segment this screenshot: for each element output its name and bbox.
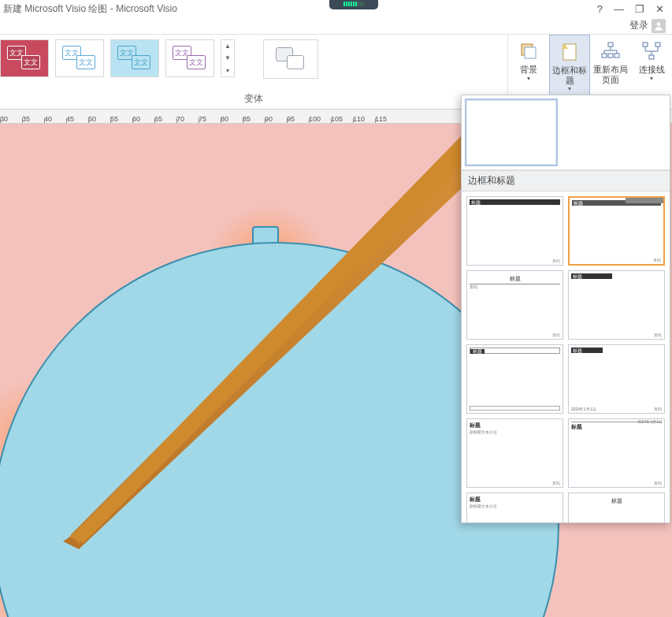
gallery-item[interactable]: 标题页码: [568, 492, 665, 522]
help-icon[interactable]: ?: [597, 3, 603, 15]
ruler-tick: 115: [375, 115, 397, 123]
login-row: 登录: [0, 17, 672, 34]
gallery-item[interactable]: 标题页码: [568, 270, 665, 340]
variants-more[interactable]: ▲▼▾: [221, 39, 235, 77]
ruler-tick: 70: [176, 115, 199, 123]
ruler-tick: 110: [353, 115, 375, 123]
gallery-item[interactable]: 标题页码页码: [466, 270, 563, 340]
variant-style-1[interactable]: 文文文文: [0, 39, 49, 77]
gallery-item[interactable]: 标题2024年1月1日页码: [568, 344, 665, 414]
gallery-item[interactable]: 标题: [466, 344, 563, 414]
ruler-tick: 50: [88, 115, 110, 123]
svg-point-0: [657, 22, 661, 26]
avatar-icon[interactable]: [652, 19, 666, 33]
svg-rect-4: [608, 43, 613, 46]
close-button[interactable]: ✕: [655, 3, 664, 15]
ruler-tick: 65: [154, 115, 176, 123]
chevron-down-icon: ▾: [650, 75, 653, 82]
title-bar: 新建 Microsoft Visio 绘图 - Microsoft Visio …: [0, 0, 672, 17]
ruler-tick: 55: [110, 115, 132, 123]
variants-group-label: 变体: [0, 92, 507, 109]
ruler-tick: 100: [309, 115, 331, 123]
ruler-tick: 35: [22, 115, 44, 123]
ruler-tick: 60: [132, 115, 154, 123]
gallery-item-none[interactable]: [465, 98, 558, 166]
background-icon: [517, 39, 540, 63]
ruler-tick: 95: [287, 115, 309, 123]
ruler-tick: 45: [66, 115, 88, 123]
svg-rect-13: [655, 43, 660, 46]
borders-titles-gallery: 边框和标题 标题页码标题页码标题页码页码标题页码标题标题2024年1月1日页码标…: [461, 95, 670, 523]
restore-button[interactable]: ❐: [635, 3, 644, 15]
svg-rect-5: [602, 54, 607, 58]
ruler-tick: 85: [243, 115, 265, 123]
ruler-tick: 105: [331, 115, 353, 123]
ruler-tick: 75: [199, 115, 221, 123]
ruler-tick: 30: [0, 115, 22, 123]
svg-rect-2: [525, 47, 536, 58]
svg-rect-6: [608, 54, 613, 58]
variants-gallery[interactable]: 文文文文 文文文文 文文文文 文文文文 ▲▼▾: [0, 35, 507, 79]
ruler-tick: 80: [221, 115, 243, 123]
gallery-item[interactable]: 标题页码: [466, 196, 563, 266]
chevron-down-icon: ▾: [568, 85, 571, 92]
chevron-down-icon: ▾: [527, 75, 530, 82]
minimize-button[interactable]: —: [614, 3, 624, 15]
variant-style-3[interactable]: 文文文文: [110, 39, 159, 77]
borders-titles-icon: [558, 40, 581, 64]
gallery-item[interactable]: 标题副标题文本占位页码: [466, 418, 563, 488]
connectors-icon: [640, 39, 663, 63]
gallery-item[interactable]: 标题2024年1月1日页码: [568, 418, 665, 488]
login-link[interactable]: 登录: [629, 19, 648, 32]
svg-rect-7: [614, 54, 619, 58]
ruler-tick: 90: [265, 115, 287, 123]
gallery-item[interactable]: 标题副标题文本占位: [466, 492, 563, 522]
svg-rect-12: [643, 43, 648, 46]
window-title: 新建 Microsoft Visio 绘图 - Microsoft Visio: [3, 2, 177, 16]
ruler-tick: 40: [44, 115, 66, 123]
variant-style-2[interactable]: 文文文文: [55, 39, 104, 77]
gallery-item[interactable]: 标题页码: [568, 196, 665, 266]
variant-style-4[interactable]: 文文文文: [165, 39, 214, 77]
relayout-icon: [599, 39, 622, 63]
svg-rect-14: [649, 55, 654, 59]
variant-effects[interactable]: [263, 39, 318, 79]
speaker-indicator: [329, 0, 378, 9]
gallery-section-header: 边框和标题: [462, 170, 670, 191]
